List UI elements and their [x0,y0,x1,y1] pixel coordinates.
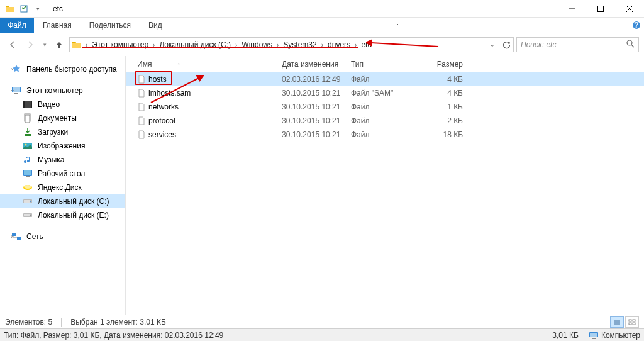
file-tab[interactable]: Файл [0,18,34,33]
file-row[interactable]: protocol 30.10.2015 10:21 Файл 2 КБ [126,114,644,128]
svg-rect-2 [598,6,604,11]
crumb[interactable]: etc [358,40,374,49]
music-icon [23,155,33,165]
details-bar: Тип: Файл, Размер: 3,01 КБ, Дата изменен… [0,328,644,341]
sidebar-item-label: Локальный диск (E:) [38,211,109,220]
view-tiles-button[interactable] [625,316,639,328]
sidebar-item-label: Этот компьютер [26,86,83,95]
breadcrumb: › Этот компьютер › Локальный диск (C:) ›… [84,38,374,52]
tab-view[interactable]: Вид [140,18,171,33]
sidebar-item-videos[interactable]: Видео [0,98,125,111]
minimize-button[interactable] [557,0,586,18]
sidebar-this-pc[interactable]: › Этот компьютер [0,84,125,98]
status-bar: Элементов: 5 Выбран 1 элемент: 3,01 КБ [0,315,644,328]
search-icon[interactable] [626,40,635,50]
qat-dropdown-icon[interactable]: ▾ [31,3,44,15]
search-input[interactable]: Поиск: etc [516,37,639,52]
up-button[interactable] [52,37,67,52]
sidebar-item-label: Сеть [26,232,43,241]
status-selected: Выбран 1 элемент: 3,01 КБ [70,318,166,327]
video-icon [23,99,33,109]
sidebar-item-label: Документы [38,114,77,123]
qat-properties-icon[interactable] [18,3,30,15]
file-type: Файл [351,116,419,125]
window-title: etc [44,4,63,13]
svg-text:?: ? [634,21,638,30]
separator [61,318,62,327]
sidebar-item-music[interactable]: Музыка [0,153,125,167]
file-row[interactable]: hosts 02.03.2016 12:49 Файл 4 КБ [126,72,644,86]
file-size: 4 КБ [419,75,463,84]
drive-icon [23,210,33,220]
file-icon [137,75,148,84]
col-size[interactable]: Размер [419,60,463,69]
view-details-button[interactable] [610,316,624,328]
svg-rect-17 [25,134,31,136]
file-name: protocol [148,116,282,125]
nav-pane: › Панель быстрого доступа › Этот компьют… [0,56,126,315]
recent-dropdown-icon[interactable]: ▾ [40,37,49,52]
sidebar-item-local-disk-e[interactable]: Локальный диск (E:) [0,208,125,222]
file-name: services [148,130,282,139]
sidebar-item-label: Загрузки [38,128,68,137]
file-date: 30.10.2015 10:21 [282,89,351,98]
file-icon [137,103,148,111]
details-computer: Компьютер [589,331,640,340]
svg-rect-22 [26,176,30,177]
sidebar-network[interactable]: › Сеть [0,230,125,243]
computer-icon: › [11,86,21,96]
file-icon [137,89,148,98]
file-type: Файл "SAM" [351,89,419,98]
sidebar-item-label: Яндекс.Диск [38,183,82,192]
expand-ribbon-icon[interactable] [387,18,413,33]
file-date: 02.03.2016 12:49 [282,75,351,84]
col-date[interactable]: Дата изменения [282,60,351,69]
sidebar-item-desktop[interactable]: Рабочий стол [0,167,125,181]
forward-button[interactable] [23,37,38,52]
refresh-icon[interactable] [499,38,513,52]
sidebar-item-local-disk-c[interactable]: Локальный диск (C:) [0,194,125,208]
svg-rect-14 [31,101,32,108]
svg-point-27 [30,201,31,202]
svg-point-7 [627,40,632,45]
address-dropdown-icon[interactable]: ⌄ [486,38,499,52]
documents-icon [23,113,33,123]
address-bar[interactable]: › Этот компьютер › Локальный диск (C:) ›… [69,37,514,52]
pictures-icon [23,141,33,151]
tab-share[interactable]: Поделиться [80,18,140,33]
file-name: lmhosts.sam [148,89,282,98]
svg-rect-26 [24,200,30,203]
ribbon: Файл Главная Поделиться Вид ? [0,18,644,33]
tab-home[interactable]: Главная [34,18,80,33]
help-icon[interactable]: ? [629,18,644,33]
close-button[interactable] [615,0,644,18]
sidebar-item-label: Изображения [38,142,85,150]
file-icon [137,116,148,125]
svg-rect-12 [23,101,32,108]
file-row[interactable]: services 30.10.2015 10:21 Файл 18 КБ [126,128,644,142]
file-name: networks [148,103,282,111]
file-type: Файл [351,130,419,139]
file-row[interactable]: lmhosts.sam 30.10.2015 10:21 Файл "SAM" … [126,86,644,100]
folder-icon [4,3,16,15]
sidebar-item-pictures[interactable]: Изображения [0,139,125,153]
sidebar-quick-access[interactable]: › Панель быстрого доступа [0,62,125,76]
sort-asc-icon: ⌃ [177,62,181,68]
svg-point-19 [25,144,27,146]
sidebar-item-downloads[interactable]: Загрузки [0,125,125,139]
file-name: hosts [148,75,282,84]
back-button[interactable] [5,37,20,52]
col-type[interactable]: Тип [351,60,419,69]
sidebar-item-yandex-disk[interactable]: Яндекс.Диск [0,181,125,194]
maximize-button[interactable] [586,0,615,18]
svg-rect-39 [633,323,635,325]
svg-rect-11 [14,93,18,94]
sidebar-item-documents[interactable]: Документы [0,111,125,125]
file-row[interactable]: networks 30.10.2015 10:21 Файл 1 КБ [126,100,644,114]
search-placeholder: Поиск: etc [521,40,556,49]
sidebar-item-label: Видео [38,100,60,109]
file-size: 4 КБ [419,89,463,98]
details-info: Тип: Файл, Размер: 3,01 КБ, Дата изменен… [4,331,223,340]
sidebar-item-label: Панель быстрого доступа [26,65,117,74]
col-name[interactable]: Имя⌃ [137,60,282,69]
